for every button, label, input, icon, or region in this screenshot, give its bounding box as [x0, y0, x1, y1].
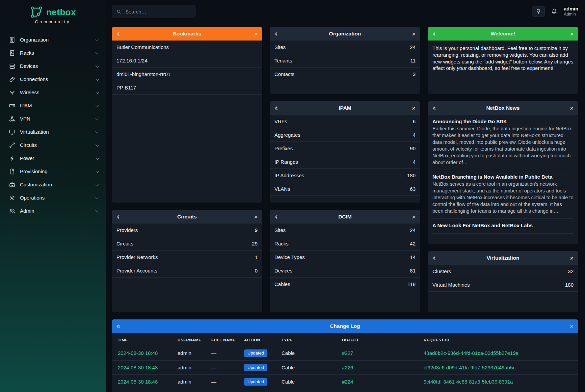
stat-label[interactable]: Circuits — [116, 241, 133, 246]
changelog-type: Cable — [279, 360, 339, 375]
stat-value: 42 — [410, 241, 416, 246]
sidebar-item-devices[interactable]: Devices — [0, 59, 106, 73]
circuits-widget-header: Circuits × — [112, 210, 262, 224]
stat-label[interactable]: Device Types — [274, 254, 305, 260]
column-header: Full Name — [209, 333, 241, 346]
sidebar-item-label: Provisioning — [20, 168, 91, 174]
stat-label[interactable]: Devices — [274, 268, 292, 273]
close-icon[interactable]: × — [253, 214, 258, 220]
widget-config-icon[interactable] — [116, 324, 121, 329]
sidebar-item-wireless[interactable]: Wireless — [0, 86, 106, 99]
stat-label[interactable]: Sites — [274, 227, 286, 233]
column-header: Type — [279, 333, 339, 346]
action-badge: Updated — [244, 364, 267, 371]
theme-toggle-button[interactable] — [532, 6, 545, 17]
chevron-down-icon — [96, 50, 99, 54]
stat-label[interactable]: Tenants — [274, 58, 292, 63]
stat-label[interactable]: Sites — [274, 44, 286, 50]
bookmark-item[interactable]: PP:B117 — [112, 81, 262, 95]
stat-label[interactable]: IP Ranges — [274, 159, 298, 165]
stat-row: Provider Accounts 0 — [112, 264, 262, 278]
sidebar-item-label: Wireless — [20, 89, 91, 95]
close-icon[interactable]: × — [411, 214, 416, 220]
widget-config-icon[interactable] — [274, 214, 279, 219]
news-item-title[interactable]: A New Look For NetBox and NetBox Labs — [432, 223, 574, 228]
search-box — [112, 5, 195, 18]
sidebar-item-connections[interactable]: Connections — [0, 73, 106, 86]
sidebar-item-operations[interactable]: Operations — [0, 191, 106, 204]
stat-label[interactable]: Racks — [274, 241, 289, 246]
sidebar-item-vpn[interactable]: VPN — [0, 112, 106, 125]
notifications-button[interactable] — [551, 8, 558, 15]
news-item-title[interactable]: NetBox Branching is Now Available in Pub… — [432, 174, 574, 180]
sidebar-item-circuits[interactable]: Circuits — [0, 138, 106, 152]
sidebar-item-label: Connections — [20, 76, 91, 82]
sidebar-item-admin[interactable]: Admin — [0, 204, 106, 217]
widget-config-icon[interactable] — [432, 31, 437, 36]
stat-row: VLANs 63 — [270, 182, 420, 196]
close-icon[interactable]: × — [411, 105, 416, 111]
close-icon[interactable]: × — [569, 255, 574, 261]
close-icon[interactable]: × — [569, 323, 574, 330]
stat-row: Racks 42 — [270, 237, 420, 251]
stat-label[interactable]: IP Addresses — [274, 173, 304, 178]
search-input[interactable] — [125, 9, 191, 15]
stat-row: Prefixes 90 — [270, 142, 420, 155]
bookmark-item[interactable]: dmi01-binghamton-rtr01 — [112, 68, 262, 81]
sidebar-item-customization[interactable]: Customization — [0, 178, 106, 191]
close-icon[interactable]: × — [569, 105, 574, 111]
stat-value: 6 — [413, 119, 416, 124]
sidebar-item-ipam[interactable]: IPAM — [0, 99, 106, 112]
circuits-widget: Circuits × Providers 9 Circuits 29 Provi… — [112, 210, 262, 312]
virtualization-widget-header: Virtualization × — [428, 251, 578, 265]
user-name: admin — [564, 6, 578, 12]
user-menu[interactable]: admin Admin — [564, 6, 578, 17]
widget-config-icon[interactable] — [116, 31, 121, 36]
close-icon[interactable]: × — [253, 31, 258, 37]
news-item-title[interactable]: Announcing the Diode Go SDK — [432, 119, 574, 124]
stat-label[interactable]: Clusters — [432, 268, 451, 274]
sidebar-item-power[interactable]: Power — [0, 152, 106, 165]
stat-label[interactable]: Providers — [116, 227, 138, 233]
sidebar-item-provisioning[interactable]: Provisioning — [0, 165, 106, 178]
virtualization-icon — [9, 129, 16, 135]
stat-label[interactable]: VRFs — [274, 119, 287, 124]
bookmark-item[interactable]: 172.16.0.1/24 — [112, 54, 262, 68]
stat-label[interactable]: Cables — [274, 281, 290, 287]
brand[interactable]: netbox Community — [0, 5, 106, 24]
widget-config-icon[interactable] — [432, 106, 437, 111]
close-icon[interactable]: × — [411, 31, 416, 37]
changelog-request-link[interactable]: 9cf40fdf-3461-4c88-81a3-5feb39f8391a — [424, 379, 513, 385]
widget-config-icon[interactable] — [432, 256, 437, 261]
widget-title: Bookmarks — [124, 31, 250, 37]
brand-subtitle: Community — [0, 20, 106, 24]
changelog-object-link[interactable]: #226 — [342, 365, 353, 370]
stat-label[interactable]: Contacts — [274, 71, 294, 77]
widget-config-icon[interactable] — [116, 214, 121, 219]
changelog-object-link[interactable]: #224 — [342, 379, 353, 385]
stat-label[interactable]: VLANs — [274, 186, 290, 192]
stat-label[interactable]: Virtual Machines — [432, 282, 470, 288]
sidebar-nav: Organization Racks Devices Connections W… — [0, 32, 106, 219]
stat-row: Circuits 29 — [112, 237, 262, 251]
stat-label[interactable]: Prefixes — [274, 146, 293, 151]
changelog-object-link[interactable]: #227 — [342, 350, 353, 356]
stat-label[interactable]: Provider Networks — [116, 254, 158, 260]
close-icon[interactable]: × — [569, 31, 574, 37]
changelog-request-link[interactable]: cf92d3e6-d09d-41fc-9fd7-52337649ab5c — [424, 365, 515, 370]
sidebar-item-racks[interactable]: Racks — [0, 46, 106, 59]
changelog-time-link[interactable]: 2024-08-30 18:48 — [118, 365, 158, 370]
changelog-time-link[interactable]: 2024-08-30 18:48 — [118, 379, 158, 385]
bookmark-item[interactable]: Butler Communications — [112, 41, 262, 54]
sidebar-item-label: Organization — [20, 37, 91, 43]
stat-label[interactable]: Aggregates — [274, 132, 300, 138]
user-role: Admin — [564, 12, 578, 17]
changelog-request-link[interactable]: 48ad8b2c-986d-44fd-81ca-00d55b27e19a — [424, 350, 518, 356]
sidebar-item-organization[interactable]: Organization — [0, 33, 106, 46]
widget-config-icon[interactable] — [274, 31, 279, 36]
widget-config-icon[interactable] — [274, 106, 279, 111]
changelog-time-link[interactable]: 2024-08-30 18:48 — [118, 350, 158, 356]
stat-label[interactable]: Provider Accounts — [116, 268, 157, 273]
sidebar-item-virtualization[interactable]: Virtualization — [0, 125, 106, 138]
stat-row: Clusters 32 — [428, 265, 578, 278]
